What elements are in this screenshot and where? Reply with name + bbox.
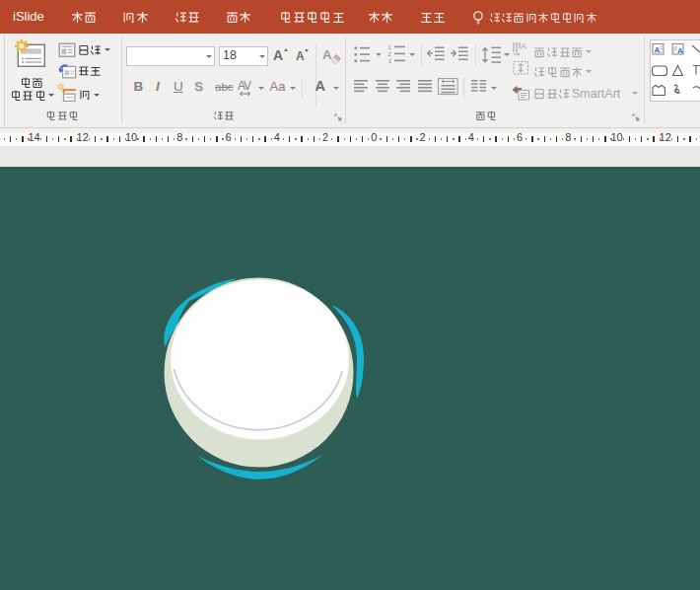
svg-text:3: 3 — [387, 58, 391, 64]
svg-text:2: 2 — [387, 51, 391, 57]
svg-text:A: A — [677, 46, 683, 55]
svg-text:1: 1 — [387, 44, 391, 50]
svg-text:A: A — [521, 41, 526, 51]
